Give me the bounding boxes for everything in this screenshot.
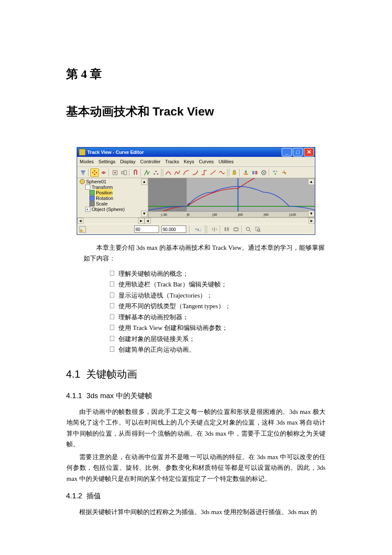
scale-key-icon[interactable] (120, 168, 128, 177)
tangent-slow-icon[interactable] (191, 168, 199, 177)
menu-utilities[interactable]: Utilities (219, 159, 233, 164)
zoom-icon[interactable] (244, 225, 253, 234)
list-item: 创建简单的正向运动动画。 (110, 344, 349, 356)
curve-hscroll-right[interactable]: ► (308, 218, 315, 224)
list-item: 理解基本的动画控制器； (110, 312, 349, 323)
curve-hscroll-left[interactable]: ◄ (144, 218, 151, 224)
add-key-icon[interactable] (111, 168, 119, 177)
svg-rect-37 (234, 228, 238, 231)
svg-point-10 (157, 173, 159, 174)
menu-keys[interactable]: Keys (184, 159, 194, 164)
body-paragraph: 由于动画中的帧数很多，因此手工定义每一帧的位置和形状是很困难的。3ds max … (66, 407, 326, 450)
svg-rect-11 (233, 172, 236, 175)
maximize-button[interactable]: □ (293, 148, 303, 156)
subsection-number: 4.1.2 (66, 492, 82, 500)
chapter-title-cn: 基本动画技术和 (66, 105, 153, 118)
tangent-step-icon[interactable] (200, 168, 208, 177)
menu-tracks[interactable]: Tracks (165, 159, 179, 164)
menu-settings[interactable]: Settings (98, 159, 115, 164)
show-keyable-icon[interactable] (251, 168, 259, 177)
section-number: 4.1 (66, 368, 80, 380)
svg-point-38 (246, 227, 250, 231)
tangent-custom-icon[interactable] (173, 168, 182, 177)
track-selection-icon[interactable] (79, 225, 86, 233)
subsection-title: 插值 (86, 492, 101, 500)
svg-rect-13 (245, 171, 247, 173)
section-4-1-heading: 4.1关键帧动画 (66, 366, 349, 383)
tree-hscroll-right[interactable]: ► (138, 218, 144, 224)
menu-display[interactable]: Display (120, 159, 135, 164)
chapter-number: 第 4 章 (66, 64, 349, 84)
filter-icon[interactable] (79, 168, 87, 177)
menu-modes[interactable]: Modes (80, 159, 94, 164)
curve-scroll-down[interactable]: ▼ (308, 211, 314, 217)
svg-point-35 (80, 229, 83, 232)
tangent-smooth-icon[interactable] (218, 168, 226, 177)
svg-text:ᴬ4.2: ᴬ4.2 (195, 228, 201, 232)
options2-icon[interactable] (280, 168, 288, 177)
svg-rect-7 (124, 171, 127, 175)
status-bar: 80 90.000 ᴬ4.2 (77, 224, 315, 234)
param-curve-icon[interactable] (143, 168, 151, 177)
svg-rect-1 (82, 172, 84, 173)
horizontal-scrollbars: ◄ ► ◄ ► (77, 217, 315, 224)
menu-bar[interactable]: Modes Settings Display Controller Tracks… (77, 157, 315, 167)
svg-text:|0: |0 (187, 213, 190, 217)
position-node-icon (89, 190, 95, 195)
svg-text:0: 0 (187, 203, 189, 206)
tree-scroll-down[interactable]: ▼ (141, 211, 147, 217)
svg-point-5 (114, 172, 116, 173)
svg-point-9 (156, 171, 157, 172)
tree-hscroll-left[interactable]: ◄ (77, 218, 84, 224)
section-4-1-2-heading: 4.1.2插值 (66, 490, 349, 503)
frame-input[interactable]: 80 (134, 225, 159, 233)
tangent-fast-icon[interactable] (182, 168, 190, 177)
list-item: 使用轨迹栏（Track Bar）编辑关键帧； (110, 279, 349, 290)
tree-scroll-up[interactable]: ▲ (141, 179, 147, 185)
trackview-window: Track View - Curve Editor _ □ ✕ Modes Se… (77, 147, 315, 235)
lock-icon[interactable] (230, 168, 239, 177)
move-key-icon[interactable] (90, 168, 99, 177)
zoom-region-icon[interactable] (254, 225, 262, 234)
body-paragraph: 根据关键帧计算中间帧的过程称之为插值。3ds max 使用控制器进行插值。3ds… (66, 507, 326, 518)
svg-point-8 (154, 173, 155, 174)
zoom-horiz-icon[interactable] (222, 225, 231, 234)
window-titlebar[interactable]: Track View - Curve Editor _ □ ✕ (77, 147, 315, 157)
show-tangents-icon[interactable] (242, 168, 250, 177)
slide-key-icon[interactable] (99, 168, 108, 177)
menu-curves[interactable]: Curves (199, 159, 214, 164)
hierarchy-tree[interactable]: ▲ Sphere01 Transform Position Rotation S… (77, 178, 148, 217)
document-page: 第 4 章 基本动画技术和 Track View Track View - Cu… (0, 0, 392, 555)
options-icon[interactable] (271, 168, 280, 177)
zoom-extents-icon[interactable] (232, 225, 240, 234)
close-button[interactable]: ✕ (304, 148, 314, 156)
svg-point-17 (273, 171, 275, 172)
pan-icon[interactable] (210, 225, 219, 234)
tangent-auto-icon[interactable] (164, 168, 173, 177)
tree-item[interactable]: Object (Sphere) (92, 205, 125, 214)
minimize-button[interactable]: _ (282, 148, 292, 156)
value-input[interactable]: 90.000 (161, 225, 186, 233)
svg-text:|-30: |-30 (161, 213, 167, 217)
svg-rect-15 (255, 171, 257, 174)
reduce-keys-icon[interactable] (152, 168, 160, 177)
objectives-list: 理解关键帧动画的概念； 使用轨迹栏（Track Bar）编辑关键帧； 显示运动轨… (110, 269, 349, 356)
tangent-linear-icon[interactable] (209, 168, 217, 177)
rotation-node-icon (89, 196, 95, 201)
menu-controller[interactable]: Controller (140, 159, 161, 164)
lookup-icon[interactable]: ᴬ4.2 (193, 225, 202, 234)
chapter-title-en: Track View (153, 105, 214, 118)
subsection-number: 4.1.1 (66, 392, 82, 400)
window-title: Track View - Curve Editor (87, 148, 280, 156)
curve-scroll-up[interactable]: ▲ (308, 179, 314, 185)
svg-point-19 (274, 173, 276, 175)
subsection-title: 3ds max 中的关键帧 (86, 392, 152, 400)
svg-text:|120: |120 (289, 213, 296, 217)
curve-editor-pane[interactable]: ▲ |-30|0|30|60|90|120|10 ▼ (148, 178, 315, 217)
list-item: 显示运动轨迹线（Trajectories）； (110, 290, 349, 301)
expand-icon[interactable] (85, 207, 90, 212)
svg-rect-12 (244, 173, 248, 175)
svg-rect-2 (83, 174, 84, 175)
snap-icon[interactable] (131, 168, 140, 177)
region-icon[interactable] (259, 168, 268, 177)
